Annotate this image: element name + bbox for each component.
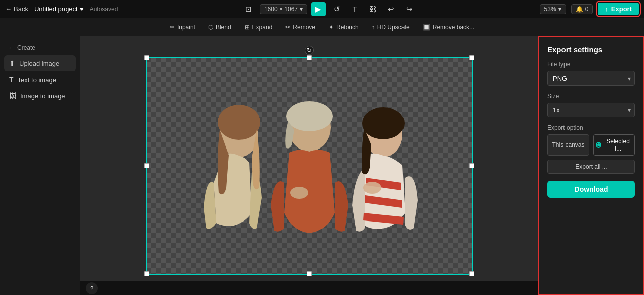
export-settings-title: Export settings (547, 45, 635, 54)
back-icon: ← (5, 5, 12, 13)
sidebar-upload-label: Upload image (19, 60, 59, 67)
upscale-icon: ↑ (372, 24, 375, 31)
removeback-icon: 🔲 (423, 24, 430, 31)
canvas-dimensions[interactable]: 1600 × 1067 ▾ (260, 4, 307, 14)
download-button[interactable]: Download (547, 181, 635, 198)
notif-count: 0 (585, 6, 589, 13)
topbar: ← Back Untitled project ▾ Autosaved ⊡ 16… (0, 0, 644, 18)
svg-point-2 (218, 105, 260, 140)
resize-icon-btn[interactable]: ⊡ (242, 2, 256, 16)
file-type-label: File type (547, 61, 635, 68)
export-panel: Export settings File type PNG JPG WEBP S… (538, 36, 644, 295)
retouch-icon: ✦ (329, 24, 334, 31)
sidebar-item-text2img[interactable]: T Text to image (4, 71, 76, 88)
undo-btn[interactable]: ↩ (384, 2, 398, 16)
notification-badge[interactable]: 🔔 0 (571, 4, 593, 14)
sidebar-img2img-label: Image to image (20, 92, 65, 100)
export-all-btn[interactable]: Export all ... (547, 160, 635, 174)
canvas-image (146, 57, 473, 275)
upload-icon: ⬆ (9, 59, 15, 67)
dimensions-text: 1600 × 1067 (264, 6, 298, 13)
svg-point-4 (286, 101, 333, 131)
inpaint-label: Inpaint (177, 24, 195, 31)
help-icon: ? (90, 285, 93, 291)
main-layout: ← Create ⬆ Upload image T Text to image … (0, 36, 644, 295)
export-options-row: This canvas Selected I... (547, 134, 635, 156)
sidebar-item-img2img[interactable]: 🖼 Image to image (4, 88, 76, 104)
file-type-select-wrap[interactable]: PNG JPG WEBP SVG (547, 71, 635, 86)
size-select[interactable]: 1x 2x 3x (547, 103, 635, 117)
expand-btn[interactable]: ⊞ Expand (239, 22, 278, 33)
sidebar-create-section: ← Create (4, 42, 76, 55)
svg-point-8 (363, 182, 381, 194)
remove-label: Remove (293, 24, 315, 31)
chevron-down-icon: ▾ (300, 6, 303, 13)
size-select-wrap[interactable]: 1x 2x 3x (547, 103, 635, 117)
status-bar: ? (80, 281, 538, 295)
export-label: Export (611, 5, 632, 13)
size-section: Size 1x 2x 3x (547, 93, 635, 117)
autosaved-status: Autosaved (90, 6, 118, 13)
this-canvas-label: This canvas (552, 141, 584, 149)
selected-item-label: Selected I... (604, 138, 632, 152)
create-label: Create (17, 44, 35, 51)
file-type-section: File type PNG JPG WEBP SVG (547, 61, 635, 86)
sidebar-item-upload[interactable]: ⬆ Upload image (4, 55, 76, 71)
removeback-btn[interactable]: 🔲 Remove back... (418, 22, 479, 33)
redo-btn[interactable]: ↪ (402, 2, 416, 16)
link-btn[interactable]: ⛓ (366, 2, 380, 16)
upscale-btn[interactable]: ↑ HD Upscale (367, 22, 415, 33)
svg-point-6 (362, 107, 405, 139)
radio-dot-inner (597, 143, 600, 146)
back-label: Back (14, 5, 28, 13)
export-option-section: Export option This canvas Selected I... … (547, 124, 635, 174)
canvas-svg (146, 57, 473, 275)
text2img-icon: T (9, 76, 14, 84)
export-button[interactable]: ↑ Export (598, 3, 639, 15)
topbar-right: 53% ▾ 🔔 0 ↑ Export (540, 3, 639, 15)
download-label: Download (575, 185, 608, 193)
radio-selected-dot (596, 142, 601, 148)
canvas-container: ↻ (146, 57, 473, 275)
help-button[interactable]: ? (86, 282, 98, 294)
rotate-btn[interactable]: ↺ (330, 2, 344, 16)
back-button[interactable]: ← Back (5, 5, 28, 13)
svg-point-7 (290, 187, 308, 199)
chevron-down-icon: ▾ (80, 5, 84, 13)
sidebar-text2img-label: Text to image (18, 76, 56, 84)
remove-btn[interactable]: ✂ Remove (280, 22, 320, 33)
blend-label: Blend (216, 24, 231, 31)
file-type-select[interactable]: PNG JPG WEBP SVG (547, 71, 635, 86)
project-name: Untitled project (34, 5, 78, 13)
create-icon: ← (8, 44, 14, 51)
size-label: Size (547, 93, 635, 100)
zoom-value: 53% (544, 6, 556, 13)
inpaint-btn[interactable]: ✏ Inpaint (165, 22, 200, 33)
project-name-button[interactable]: Untitled project ▾ (34, 5, 84, 13)
retouch-label: Retouch (336, 24, 359, 31)
topbar-center: ⊡ 1600 × 1067 ▾ ▶ ↺ T ⛓ ↩ ↪ (242, 2, 416, 16)
export-icon: ↑ (605, 5, 608, 13)
blend-btn[interactable]: ⬡ Blend (203, 22, 236, 33)
export-option-label: Export option (547, 124, 635, 131)
zoom-control[interactable]: 53% ▾ (540, 4, 566, 14)
text-btn[interactable]: T (348, 2, 362, 16)
chevron-down-icon: ▾ (558, 6, 561, 13)
img2img-icon: 🖼 (9, 92, 16, 100)
inpaint-icon: ✏ (170, 24, 175, 31)
expand-icon: ⊞ (245, 24, 250, 31)
removeback-label: Remove back... (433, 24, 474, 31)
canvas-area[interactable]: ↻ ? (80, 36, 538, 295)
bell-icon: 🔔 (576, 6, 583, 13)
toolbar: ✏ Inpaint ⬡ Blend ⊞ Expand ✂ Remove ✦ Re… (0, 18, 644, 36)
retouch-btn[interactable]: ✦ Retouch (324, 22, 364, 33)
play-btn[interactable]: ▶ (311, 2, 326, 16)
upscale-label: HD Upscale (377, 24, 410, 31)
export-all-label: Export all ... (575, 163, 607, 170)
rotate-handle[interactable]: ↻ (305, 46, 314, 55)
expand-label: Expand (252, 24, 273, 31)
blend-icon: ⬡ (208, 24, 213, 31)
sidebar: ← Create ⬆ Upload image T Text to image … (0, 36, 80, 295)
selected-item-btn[interactable]: Selected I... (593, 134, 635, 156)
this-canvas-btn[interactable]: This canvas (547, 134, 589, 156)
